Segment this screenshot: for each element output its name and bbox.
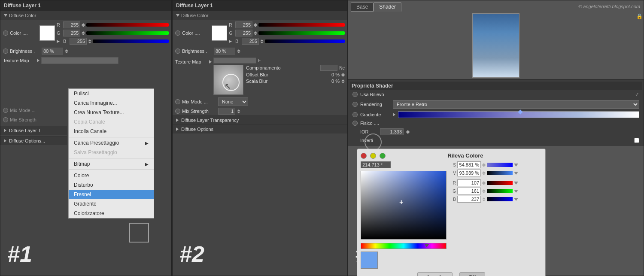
p2-brightness-radio[interactable]: [175, 49, 180, 54]
hue-indicator: [425, 244, 429, 247]
r-down[interactable]: [82, 25, 85, 27]
cp-g-slider[interactable]: [487, 189, 513, 193]
gradiente-expand[interactable]: [393, 113, 395, 116]
hue-bar[interactable]: [361, 243, 447, 249]
p2-g-slider[interactable]: [258, 31, 345, 35]
ok-button[interactable]: OK: [459, 272, 485, 276]
r-slider[interactable]: [86, 23, 169, 27]
props-title: Proprietà Shader: [350, 82, 642, 90]
p2-mix-strength-radio[interactable]: [175, 109, 180, 114]
dot-red[interactable]: [361, 153, 367, 159]
p2-b-slider[interactable]: [265, 39, 345, 43]
menu-item-carica-immagine[interactable]: Carica Immagine...: [69, 98, 154, 108]
p2-texture-expand[interactable]: [209, 60, 212, 64]
texture-map-bar[interactable]: [41, 57, 118, 64]
menu-item-colorizzatore[interactable]: Colorizzatore: [69, 209, 154, 218]
p2-mix-mode-radio[interactable]: [175, 99, 180, 104]
menu-item-copia-canale: Copia Canale: [69, 117, 154, 127]
p2-r-input[interactable]: [235, 21, 252, 28]
p2-brightness-row: Brightness .: [173, 46, 347, 56]
b-up[interactable]: [88, 39, 91, 41]
diffuse-layer-t-icon[interactable]: [4, 129, 6, 132]
menu-item-pulisci[interactable]: Pulisci: [69, 89, 154, 98]
g-up[interactable]: [82, 31, 85, 33]
p2-do-icon[interactable]: [176, 127, 179, 131]
dot-yellow[interactable]: [370, 153, 376, 159]
cp-r-slider[interactable]: [487, 181, 513, 185]
p2-campionamento-input[interactable]: [320, 65, 337, 71]
p2-b-input[interactable]: [242, 38, 259, 45]
rendering-radio[interactable]: [352, 102, 358, 107]
menu-item-colore[interactable]: Colore: [69, 171, 154, 180]
brightness-radio[interactable]: [3, 49, 8, 54]
p2-color-radio[interactable]: [175, 30, 180, 36]
p2-mix-mode-row: Mix Mode ... None: [173, 97, 347, 107]
p2-mix-mode-select[interactable]: None: [218, 97, 248, 106]
cp-b-slider[interactable]: [487, 197, 513, 201]
tab-shader[interactable]: Shader: [374, 2, 401, 12]
p2-color-swatch[interactable]: [212, 25, 227, 41]
collapse-icon[interactable]: [4, 14, 7, 17]
p2-brightness-input[interactable]: [214, 48, 235, 55]
mix-mode-row: Mix Mode ...: [0, 107, 47, 114]
gradiente-radio[interactable]: [352, 112, 358, 117]
p2-diffuse-layer-transparency: Diffuse Layer Transparency: [173, 115, 347, 124]
brightness-down[interactable]: [65, 52, 68, 53]
panel2-diffuse-color-section: Diffuse Color: [173, 11, 347, 20]
cp-b-input[interactable]: [457, 196, 481, 203]
brightness-input[interactable]: [42, 48, 63, 55]
b-down[interactable]: [88, 42, 91, 43]
g-down[interactable]: [82, 33, 85, 35]
b-input[interactable]: 255: [70, 38, 87, 45]
b-slider[interactable]: [93, 39, 169, 43]
menu-item-incolla-canale[interactable]: Incolla Canale: [69, 127, 154, 136]
mix-mode-radio[interactable]: [3, 108, 8, 113]
lock-icon: 🔒: [636, 13, 643, 19]
s-input[interactable]: [457, 161, 481, 168]
s-slider[interactable]: [487, 163, 513, 167]
color-field-area: +: [361, 161, 447, 269]
p2-collapse-icon[interactable]: [176, 14, 179, 17]
dialog-title: Rileva Colore: [447, 152, 483, 159]
gradient-bar[interactable]: [398, 111, 639, 118]
g-slider[interactable]: [86, 31, 169, 35]
cursor-arrow-icon: ↖: [225, 82, 231, 91]
fisico-radio[interactable]: [352, 121, 358, 126]
menu-item-carica-presettaggio[interactable]: Carica Presettaggio ▶: [69, 138, 154, 148]
menu-item-fresnel[interactable]: Fresnel: [69, 190, 154, 199]
menu-item-gradiente[interactable]: Gradiente: [69, 199, 154, 209]
h-input[interactable]: [361, 161, 391, 168]
texture-expand-icon[interactable]: [37, 59, 39, 62]
cp-g-input[interactable]: [457, 188, 481, 194]
texture-map-row: Texture Map: [0, 56, 171, 65]
color-swatch[interactable]: [39, 25, 55, 41]
diffuse-options-icon[interactable]: [4, 139, 6, 143]
p2-r-slider[interactable]: [258, 23, 345, 27]
v-slider[interactable]: [487, 171, 513, 175]
menu-item-disturbo[interactable]: Disturbo: [69, 180, 154, 190]
tab-base[interactable]: Base: [351, 2, 374, 12]
g-row-cp: G: [450, 188, 518, 194]
cancel-button[interactable]: Annulla: [417, 272, 453, 276]
p2-dlt-icon[interactable]: [176, 118, 179, 122]
mix-strength-radio[interactable]: [3, 117, 8, 122]
r-input[interactable]: 255: [63, 21, 80, 28]
brightness-up[interactable]: [65, 49, 68, 51]
dot-green[interactable]: [380, 153, 386, 159]
r-up[interactable]: [82, 23, 85, 25]
menu-item-bitmap[interactable]: Bitmap ▶: [69, 159, 154, 169]
inverti-checkbox[interactable]: [634, 138, 639, 143]
p2-texture-bar[interactable]: [213, 58, 256, 64]
color-radio[interactable]: [3, 30, 8, 36]
g-input[interactable]: 255: [63, 30, 80, 36]
p2-g-input[interactable]: [235, 30, 252, 36]
cp-r-input[interactable]: [457, 179, 481, 186]
ior-input[interactable]: [380, 128, 404, 135]
v-input[interactable]: [457, 170, 481, 176]
color-saturation-field[interactable]: +: [361, 171, 447, 240]
menu-item-salva-presettaggio: Salva Presettaggio: [69, 148, 154, 157]
rendering-select[interactable]: Fronte e Retro: [393, 100, 639, 109]
usa-rilievo-radio[interactable]: [352, 92, 358, 97]
p2-mix-strength-input[interactable]: [218, 108, 235, 115]
menu-item-crea-nuova[interactable]: Crea Nuova Texture...: [69, 108, 154, 117]
